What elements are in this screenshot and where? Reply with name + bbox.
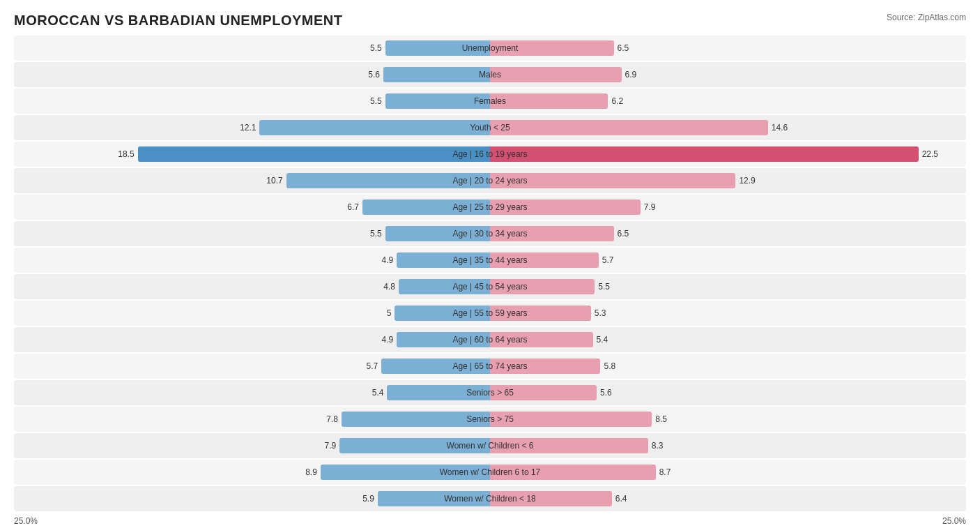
- axis-row: 25.0% 25.0%: [14, 514, 966, 528]
- moroccan-value: 4.9: [381, 335, 397, 345]
- barbadian-value: 8.7: [656, 467, 671, 477]
- bar-row: 8.98.7Women w/ Children 6 to 17: [14, 460, 966, 485]
- moroccan-bar: 10.7: [286, 173, 490, 188]
- barbadian-value: 12.9: [735, 176, 755, 186]
- bar-row: 5.56.5Age | 30 to 34 years: [14, 221, 966, 246]
- moroccan-bar: 5.5: [385, 40, 490, 56]
- barbadian-bar: 5.3: [490, 306, 591, 321]
- moroccan-bar: 6.7: [362, 199, 490, 215]
- moroccan-bar: 18.5: [138, 146, 490, 162]
- barbadian-bar: 7.9: [490, 199, 641, 215]
- barbadian-bar: 14.6: [490, 120, 768, 135]
- moroccan-value: 6.7: [347, 202, 362, 212]
- barbadian-value: 5.3: [591, 308, 606, 318]
- bar-row: 5.96.4Women w/ Children < 18: [14, 486, 966, 511]
- moroccan-value: 4.8: [383, 282, 399, 292]
- barbadian-bar: 5.4: [490, 332, 593, 347]
- bar-row: 12.114.6Youth < 25: [14, 115, 966, 140]
- barbadian-value: 6.5: [614, 43, 629, 53]
- barbadian-value: 5.8: [600, 361, 615, 371]
- moroccan-bar: 5.9: [378, 491, 490, 506]
- barbadian-value: 14.6: [768, 123, 788, 133]
- chart-title: MOROCCAN VS BARBADIAN UNEMPLOYMENT: [14, 13, 342, 29]
- moroccan-value: 5.5: [370, 229, 385, 239]
- moroccan-value: 8.9: [305, 467, 321, 477]
- bar-row: 7.98.3Women w/ Children < 6: [14, 433, 966, 458]
- barbadian-bar: 5.6: [490, 385, 597, 400]
- barbadian-bar: 5.5: [490, 279, 595, 294]
- barbadian-value: 6.4: [612, 494, 627, 504]
- moroccan-bar: 7.9: [339, 438, 490, 453]
- barbadian-bar: 6.4: [490, 491, 612, 506]
- barbadian-bar: 5.8: [490, 359, 600, 374]
- barbadian-value: 5.6: [597, 388, 612, 398]
- bar-row: 4.95.7Age | 35 to 44 years: [14, 248, 966, 273]
- barbadian-value: 6.5: [614, 229, 629, 239]
- moroccan-value: 5.6: [368, 70, 383, 80]
- chart-area: 5.56.5Unemployment5.66.9Males5.56.2Femal…: [14, 36, 966, 511]
- barbadian-bar: 6.5: [490, 226, 614, 241]
- barbadian-bar: 6.2: [490, 93, 608, 109]
- barbadian-bar: 8.3: [490, 438, 648, 453]
- bar-row: 7.88.5Seniors > 75: [14, 407, 966, 432]
- chart-container: MOROCCAN VS BARBADIAN UNEMPLOYMENT Sourc…: [0, 0, 980, 528]
- moroccan-bar: 4.9: [397, 252, 490, 268]
- bar-row: 5.66.9Males: [14, 62, 966, 87]
- moroccan-bar: 5.6: [383, 67, 490, 82]
- barbadian-value: 6.2: [608, 96, 623, 106]
- moroccan-value: 5.4: [372, 388, 388, 398]
- moroccan-value: 4.9: [381, 255, 397, 265]
- moroccan-bar: 4.9: [397, 332, 490, 347]
- bar-row: 5.75.8Age | 65 to 74 years: [14, 354, 966, 379]
- barbadian-value: 8.5: [652, 414, 667, 424]
- bar-row: 55.3Age | 55 to 59 years: [14, 301, 966, 326]
- barbadian-bar: 22.5: [490, 146, 919, 162]
- barbadian-value: 7.9: [641, 202, 656, 212]
- moroccan-bar: 5.5: [385, 226, 490, 241]
- moroccan-bar: 5.5: [385, 93, 490, 109]
- barbadian-value: 22.5: [919, 149, 938, 159]
- bar-row: 5.56.2Females: [14, 89, 966, 114]
- barbadian-value: 5.7: [599, 255, 614, 265]
- barbadian-bar: 5.7: [490, 252, 599, 268]
- moroccan-value: 5.9: [362, 494, 378, 504]
- bar-row: 5.45.6Seniors > 65: [14, 380, 966, 405]
- axis-left-label: 25.0%: [14, 516, 38, 526]
- moroccan-value: 7.8: [326, 414, 342, 424]
- barbadian-bar: 12.9: [490, 173, 735, 188]
- moroccan-value: 7.9: [325, 441, 340, 451]
- bar-row: 5.56.5Unemployment: [14, 36, 966, 61]
- bar-row: 10.712.9Age | 20 to 24 years: [14, 168, 966, 193]
- moroccan-bar: 4.8: [399, 279, 490, 294]
- bar-row: 6.77.9Age | 25 to 29 years: [14, 195, 966, 220]
- barbadian-value: 5.5: [595, 282, 610, 292]
- barbadian-bar: 8.5: [490, 412, 652, 427]
- bar-row: 18.522.5Age | 16 to 19 years: [14, 142, 966, 167]
- barbadian-bar: 6.5: [490, 40, 614, 56]
- moroccan-bar: 5.7: [381, 359, 490, 374]
- chart-source: Source: ZipAtlas.com: [887, 13, 966, 22]
- barbadian-value: 6.9: [622, 70, 637, 80]
- bar-row: 4.85.5Age | 45 to 54 years: [14, 274, 966, 299]
- moroccan-value: 5: [387, 308, 395, 318]
- moroccan-value: 10.7: [266, 176, 286, 186]
- bar-row: 4.95.4Age | 60 to 64 years: [14, 327, 966, 352]
- moroccan-value: 12.1: [240, 123, 259, 133]
- moroccan-bar: 8.9: [321, 465, 490, 480]
- barbadian-value: 8.3: [648, 441, 664, 451]
- axis-right-label: 25.0%: [942, 516, 966, 526]
- moroccan-bar: 12.1: [259, 120, 490, 135]
- barbadian-bar: 8.7: [490, 465, 656, 480]
- moroccan-bar: 5.4: [387, 385, 490, 400]
- moroccan-bar: 7.8: [342, 412, 490, 427]
- moroccan-bar: 5: [395, 306, 490, 321]
- barbadian-value: 5.4: [593, 335, 608, 345]
- chart-header: MOROCCAN VS BARBADIAN UNEMPLOYMENT Sourc…: [14, 13, 966, 29]
- moroccan-value: 5.5: [370, 96, 385, 106]
- moroccan-value: 18.5: [118, 149, 137, 159]
- barbadian-bar: 6.9: [490, 67, 622, 82]
- moroccan-value: 5.5: [370, 43, 385, 53]
- moroccan-value: 5.7: [367, 361, 382, 371]
